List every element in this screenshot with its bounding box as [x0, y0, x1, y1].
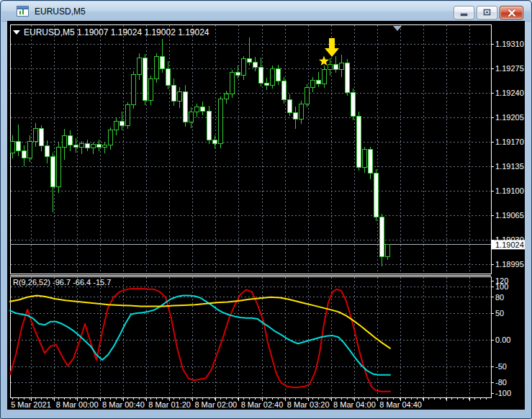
candle-body	[22, 151, 26, 158]
candle-body	[33, 129, 37, 141]
candle-body	[323, 69, 327, 84]
candle-body	[73, 145, 78, 148]
candle-body	[218, 99, 222, 144]
candle-body	[258, 67, 263, 83]
candle-body	[109, 130, 113, 145]
time-label: 8 Mar 00:40	[102, 400, 145, 409]
candle-body	[50, 156, 55, 186]
restore-icon	[482, 9, 492, 17]
indicator-label: R(9,26,52) -96.7 -66.4 -15.7	[13, 278, 111, 287]
candle-body	[201, 107, 205, 111]
candle-body	[79, 144, 84, 148]
candle-body	[363, 150, 367, 167]
candle-body	[305, 87, 310, 104]
candle-body	[10, 141, 14, 153]
candle-body	[155, 57, 159, 79]
candle-body	[120, 122, 125, 126]
indicator-scale-label: -50	[495, 362, 507, 371]
candle-body	[380, 217, 384, 256]
candle-body	[96, 145, 101, 148]
candle-body	[224, 94, 228, 99]
time-label: 8 Mar 04:40	[379, 400, 422, 409]
candle-body	[172, 85, 176, 101]
candle-body	[126, 105, 130, 126]
time-label: 8 Mar 03:20	[287, 400, 330, 409]
current-price-label: 1.19024	[495, 240, 524, 249]
candle-body	[293, 112, 297, 120]
candle-body	[149, 79, 153, 101]
minimize-icon	[459, 9, 469, 17]
candle-body	[235, 73, 240, 76]
indicator-scale-label: 80	[495, 293, 504, 302]
time-label: 8 Mar 02:00	[194, 400, 237, 409]
candle-body	[132, 75, 136, 105]
candle-body	[195, 107, 199, 112]
candle-body	[45, 146, 49, 157]
candle-body	[230, 73, 234, 94]
indicator-scale-label: -100	[495, 389, 511, 397]
candle-body	[270, 68, 274, 85]
window-title: EURUSD,M5	[35, 6, 86, 17]
candle-body	[189, 112, 194, 122]
time-label: 8 Mar 02:40	[241, 400, 284, 409]
candle-body	[184, 91, 188, 122]
candle-body	[114, 122, 119, 130]
candle-body	[166, 68, 171, 85]
price-label: 1.19135	[495, 162, 524, 171]
time-label: 8 Mar 04:00	[333, 400, 376, 409]
candle-body	[102, 145, 107, 148]
candle-body	[287, 100, 292, 112]
candle-body	[357, 116, 361, 167]
price-label: 1.18995	[495, 260, 524, 269]
time-label: 8 Mar 01:20	[148, 400, 191, 409]
maximize-button[interactable]	[477, 6, 497, 19]
close-button[interactable]	[500, 6, 523, 19]
candle-body	[311, 81, 315, 88]
time-label: 8 Mar 00:00	[56, 400, 99, 409]
candle-body	[340, 63, 344, 69]
indicator-scale-label: -80	[495, 378, 507, 387]
candle-body	[334, 64, 338, 69]
candle-body	[143, 58, 148, 100]
candle-body	[374, 174, 379, 217]
chart-canvas[interactable]: EURUSD,M5 1.19007 1.19024 1.19002 1.1902…	[7, 21, 525, 410]
candle-body	[346, 63, 350, 92]
price-label: 1.19100	[495, 186, 524, 195]
terminal-window: EURUSD,M5 EURUSD,M5 1.19007	[0, 0, 532, 419]
chart-client-area: EURUSD,M5 1.19007 1.19024 1.19002 1.1902…	[7, 21, 525, 410]
indicator-scale-label: 100	[495, 282, 508, 291]
price-label: 1.19170	[495, 138, 524, 146]
candle-body	[207, 111, 211, 140]
candle-body	[16, 141, 20, 151]
candle-body	[212, 140, 217, 144]
price-label: 1.19275	[495, 64, 524, 73]
close-icon	[507, 9, 517, 17]
candle-body	[276, 68, 280, 81]
candle-body	[299, 104, 304, 120]
price-label: 1.19240	[495, 89, 524, 97]
candle-body	[351, 92, 356, 116]
window-titlebar[interactable]: EURUSD,M5	[1, 1, 531, 22]
candle-body	[137, 58, 142, 74]
candle-body	[178, 91, 182, 102]
candle-body	[39, 129, 43, 146]
minimize-button[interactable]	[454, 6, 474, 19]
price-label: 1.19065	[495, 211, 524, 220]
chart-header-ohlc: EURUSD,M5 1.19007 1.19024 1.19002 1.1902…	[24, 27, 209, 37]
candle-body	[85, 144, 89, 148]
candle-body	[241, 58, 245, 75]
candle-body	[386, 245, 390, 257]
candle-body	[253, 62, 257, 67]
price-label: 1.19310	[495, 40, 524, 48]
candle-body	[161, 57, 165, 69]
indicator-scale-label: 0.00	[495, 335, 510, 344]
price-label: 1.19205	[495, 113, 524, 122]
candle-body	[328, 64, 333, 69]
candle-body	[317, 81, 321, 84]
candle-body	[281, 81, 286, 100]
candle-body	[27, 141, 32, 158]
candle-body	[369, 150, 373, 174]
indicator-scale-label: 50	[495, 309, 504, 317]
candle-body	[68, 135, 72, 145]
candle-body	[91, 145, 95, 148]
